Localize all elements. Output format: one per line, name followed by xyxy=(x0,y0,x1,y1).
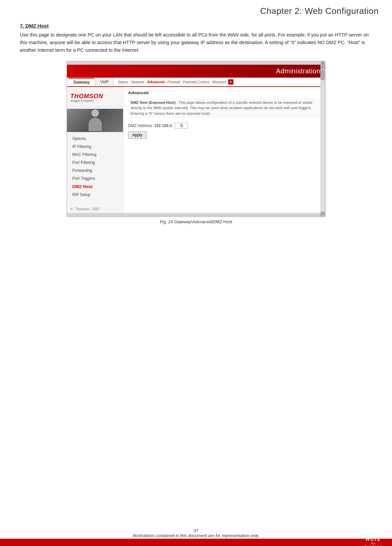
dmz-form-row: DMZ Address 192.168.0. xyxy=(128,123,320,129)
browser-bottom-bar xyxy=(67,213,325,216)
person-head xyxy=(92,109,99,117)
nav-row: Gateway VoIP Status - Network - Advanced… xyxy=(67,78,325,87)
footer-bar: RC/1 by THOMSON xyxy=(0,539,392,546)
sidebar-item-options[interactable]: Options xyxy=(70,135,120,143)
sidebar-item-mac-filtering[interactable]: MAC Filtering xyxy=(70,151,120,159)
apply-button[interactable]: Apply xyxy=(128,131,147,139)
nav-link-firewall[interactable]: Firewall - xyxy=(167,80,182,84)
content-area: THOMSON images & beyond Options IP Filte xyxy=(67,87,325,213)
dmz-prefix: 192.168.0. xyxy=(154,123,173,128)
sidebar-item-dmz-host[interactable]: DMZ Host xyxy=(70,182,120,191)
sidebar: THOMSON images & beyond Options IP Filte xyxy=(67,87,123,213)
dmz-value-input[interactable] xyxy=(175,123,188,129)
chapter-title: Chapter 2: Web Configuration xyxy=(0,0,392,20)
dmz-address-label: DMZ Address xyxy=(128,123,152,128)
tab-voip[interactable]: VoIP xyxy=(95,78,113,86)
sidebar-nav-items: Options IP Filtering MAC Filtering Port … xyxy=(67,135,123,199)
nav-link-network[interactable]: Network - xyxy=(131,80,147,84)
page-number: 37 xyxy=(133,528,259,533)
sidebar-item-rip-setup[interactable]: RIP Setup xyxy=(70,191,120,199)
footer-text: 37 Illustrations contained in this docum… xyxy=(133,527,259,539)
rca-text: RC/1 xyxy=(366,536,380,542)
sidebar-item-ip-filtering[interactable]: IP Filtering xyxy=(70,143,120,151)
browser-top-bar: ▲ xyxy=(67,61,325,65)
sidebar-item-port-triggers[interactable]: Port Triggers xyxy=(70,174,120,182)
panel-title: Advanced xyxy=(128,90,320,95)
panel-description: DMZ Host (Exposed Host) : This page allo… xyxy=(128,98,320,118)
sidebar-logo: THOMSON images & beyond xyxy=(67,90,123,107)
nav-link-status[interactable]: Status - xyxy=(118,80,130,84)
scroll-up-arrow[interactable]: ▲ xyxy=(321,61,324,65)
nav-link-parental[interactable]: Parental Control - xyxy=(183,80,212,84)
sidebar-image xyxy=(67,109,123,132)
scroll-up[interactable]: ▲ xyxy=(320,65,325,69)
nav-link-advanced[interactable]: Advanced - xyxy=(147,80,167,84)
nav-tabs: Gateway VoIP xyxy=(68,78,114,86)
tab-gateway[interactable]: Gateway xyxy=(68,78,95,86)
sidebar-item-forwarding[interactable]: Forwarding xyxy=(70,167,120,174)
browser-screenshot: ▲ Administration Gateway VoIP Status - N… xyxy=(67,61,325,217)
person-body xyxy=(89,118,102,131)
panel-desc-title: DMZ Host (Exposed Host) xyxy=(131,101,175,104)
sidebar-item-port-filtering[interactable]: Port Filtering xyxy=(70,159,120,167)
scroll-down[interactable]: ▼ xyxy=(320,212,325,216)
nav-dropdown-icon[interactable]: ▼ xyxy=(228,79,233,85)
rca-by: by xyxy=(371,542,375,545)
person-silhouette xyxy=(87,109,103,131)
sidebar-footer: ® - Thomson - 2007 xyxy=(70,207,100,211)
page-footer: 37 Illustrations contained in this docum… xyxy=(0,526,392,546)
section-body: Use this page to designate one PC on you… xyxy=(20,31,372,54)
right-scrollbar[interactable]: ▲ ▼ xyxy=(320,65,325,216)
rca-logo: RC/1 by THOMSON xyxy=(364,536,382,546)
section-heading: 7. DMZ Host xyxy=(20,23,372,29)
scroll-thumb[interactable] xyxy=(321,70,325,80)
screenshot-container: ▲ Administration Gateway VoIP Status - N… xyxy=(20,61,372,224)
footer-note: Illustrations contained in this document… xyxy=(133,533,259,538)
nav-links: Status - Network - Advanced - Firewall -… xyxy=(118,79,325,85)
main-panel: Advanced DMZ Host (Exposed Host) : This … xyxy=(123,87,325,213)
nav-link-wireless[interactable]: Wireless xyxy=(212,80,226,84)
fig-caption: Fig. 24 Gateway\Advnaced\DMZ Host xyxy=(160,219,232,224)
admin-header: Administration xyxy=(67,65,325,78)
thomson-logo: THOMSON xyxy=(70,93,120,100)
